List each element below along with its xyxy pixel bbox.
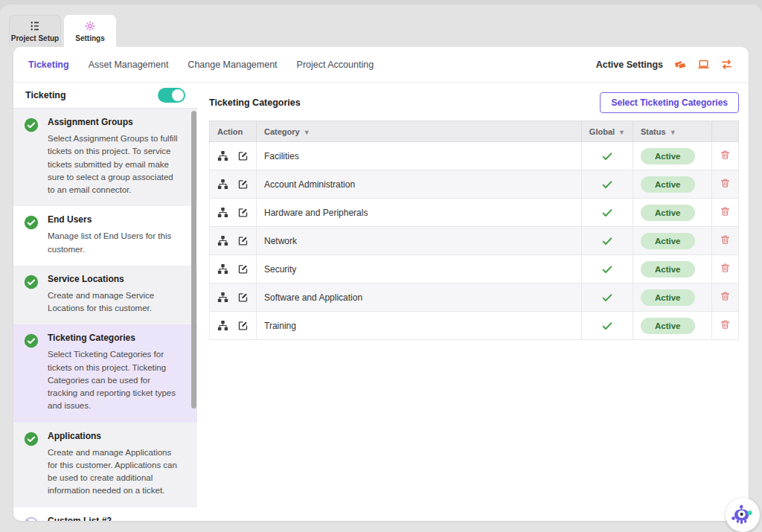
edit-icon[interactable] (237, 207, 249, 218)
check-circle-icon (24, 118, 39, 132)
settings-subnav: Ticketing Asset Management Change Manage… (13, 47, 749, 83)
hierarchy-icon[interactable] (217, 235, 228, 246)
column-header-status[interactable]: Status▼ (633, 121, 712, 142)
tab-project-setup[interactable]: Project Setup (9, 15, 61, 47)
category-name: Facilities (257, 142, 582, 170)
sort-caret-icon: ▼ (304, 129, 310, 136)
sort-caret-icon: ▼ (670, 129, 676, 136)
hierarchy-icon[interactable] (217, 320, 228, 331)
delete-icon[interactable] (720, 262, 731, 274)
category-name: Account Administration (257, 170, 582, 199)
edit-icon[interactable] (237, 263, 249, 275)
tab-settings[interactable]: Settings (64, 15, 116, 47)
sidebar-item-end-users[interactable]: End Users Manage list of End Users for t… (13, 206, 197, 266)
sidebar-item-title: Ticketing Categories (48, 333, 182, 343)
global-check-icon (601, 292, 613, 304)
status-badge: Active (641, 289, 695, 306)
top-tabs: Project Setup Settings (9, 15, 116, 47)
sidebar-item-custom-list-2[interactable]: Custom List #2 Create and manage Custom … (13, 507, 197, 522)
sidebar-title: Ticketing (25, 90, 66, 100)
sidebar-item-ticketing-categories[interactable]: Ticketing Categories Select Ticketing Ca… (13, 324, 197, 422)
status-badge: Active (641, 176, 695, 193)
sidebar-item-service-locations[interactable]: Service Locations Create and manage Serv… (13, 266, 197, 325)
gear-icon (84, 20, 96, 32)
status-badge: Active (641, 261, 695, 278)
app-background: Project Setup Settings Ticketing Asset M… (0, 4, 762, 532)
table-row: Software and Application Active (210, 283, 739, 312)
delete-icon[interactable] (720, 177, 731, 189)
sidebar-item-description: Select Ticketing Categories for tickets … (48, 348, 182, 412)
column-header-action: Action (210, 121, 257, 142)
sidebar-item-title: Applications (48, 431, 182, 441)
delete-icon[interactable] (720, 149, 731, 161)
subnav-project-accounting[interactable]: Project Accounting (297, 60, 374, 70)
sidebar-item-description: Manage list of End Users for this custom… (48, 230, 182, 256)
hierarchy-icon[interactable] (217, 150, 228, 161)
global-check-icon (601, 263, 613, 275)
category-name: Training (257, 312, 582, 340)
hierarchy-icon[interactable] (217, 207, 228, 218)
column-header-global[interactable]: Global▼ (581, 121, 633, 142)
hierarchy-icon[interactable] (217, 263, 228, 275)
global-check-icon (601, 150, 613, 162)
status-badge: Active (641, 318, 695, 334)
sidebar-item-description: Create and manage Applications for this … (48, 446, 182, 498)
hierarchy-icon[interactable] (217, 292, 228, 303)
select-ticketing-categories-button[interactable]: Select Ticketing Categories (600, 92, 739, 113)
global-check-icon (601, 320, 613, 332)
category-name: Hardware and Peripherals (257, 199, 582, 227)
main-area: Ticketing Categories Select Ticketing Ca… (197, 83, 749, 521)
page-title: Ticketing Categories (209, 97, 301, 108)
sidebar-scrollbar-thumb[interactable] (191, 111, 196, 408)
sidebar-item-description: Create and manage Service Locations for … (48, 289, 182, 315)
edit-icon[interactable] (237, 292, 249, 303)
sidebar-item-title: Service Locations (48, 274, 182, 284)
subnav-asset-management[interactable]: Asset Management (89, 60, 169, 70)
tickets-icon[interactable] (673, 58, 688, 71)
sidebar-list: Assignment Groups Select Assignment Grou… (13, 109, 197, 521)
status-badge: Active (641, 148, 695, 164)
sort-caret-icon: ▼ (618, 129, 625, 136)
checklist-icon (29, 20, 41, 32)
sidebar-item-title: End Users (48, 214, 182, 225)
edit-icon[interactable] (237, 320, 249, 331)
edit-icon[interactable] (237, 150, 249, 161)
delete-icon[interactable] (720, 290, 731, 302)
column-header-category[interactable]: Category▼ (257, 121, 582, 142)
subnav-ticketing[interactable]: Ticketing (28, 60, 69, 70)
category-name: Security (257, 255, 582, 283)
table-row: Security Active (210, 255, 739, 283)
table-row: Training Active (210, 312, 739, 340)
delete-icon[interactable] (720, 318, 731, 330)
table-row: Hardware and Peripherals Active (210, 199, 739, 227)
delete-icon[interactable] (720, 234, 731, 246)
category-name: Software and Application (257, 283, 582, 312)
tab-label: Project Setup (11, 34, 59, 42)
status-badge: Active (641, 233, 695, 249)
edit-icon[interactable] (237, 179, 249, 190)
laptop-icon[interactable] (697, 58, 711, 71)
table-row: Account Administration Active (210, 170, 739, 199)
ticketing-toggle[interactable] (158, 88, 185, 103)
global-check-icon (601, 179, 613, 190)
check-circle-icon (24, 275, 39, 289)
slash-circle-icon (24, 516, 39, 522)
swap-arrows-icon[interactable] (720, 58, 734, 71)
settings-panel: Ticketing Asset Management Change Manage… (13, 47, 749, 521)
sidebar-item-applications[interactable]: Applications Create and manage Applicati… (13, 423, 197, 507)
sidebar-header: Ticketing (13, 83, 197, 109)
category-name: Network (257, 227, 582, 255)
delete-icon[interactable] (720, 205, 731, 217)
sidebar-item-assignment-groups[interactable]: Assignment Groups Select Assignment Grou… (13, 109, 197, 206)
table-row: Network Active (210, 227, 739, 255)
table-body: Facilities Active (210, 142, 739, 340)
chat-widget-button[interactable] (726, 498, 760, 532)
subnav-change-management[interactable]: Change Management (188, 60, 277, 70)
sidebar-item-title: Custom List #2 (48, 516, 182, 522)
hierarchy-icon[interactable] (217, 179, 228, 190)
ticketing-sidebar: Ticketing Assignment Groups Select Assig… (13, 83, 197, 521)
active-settings-label: Active Settings (596, 60, 663, 70)
robot-mascot-icon (728, 500, 758, 530)
edit-icon[interactable] (237, 235, 249, 246)
sidebar-item-description: Select Assignment Groups to fulfill tick… (48, 132, 182, 196)
